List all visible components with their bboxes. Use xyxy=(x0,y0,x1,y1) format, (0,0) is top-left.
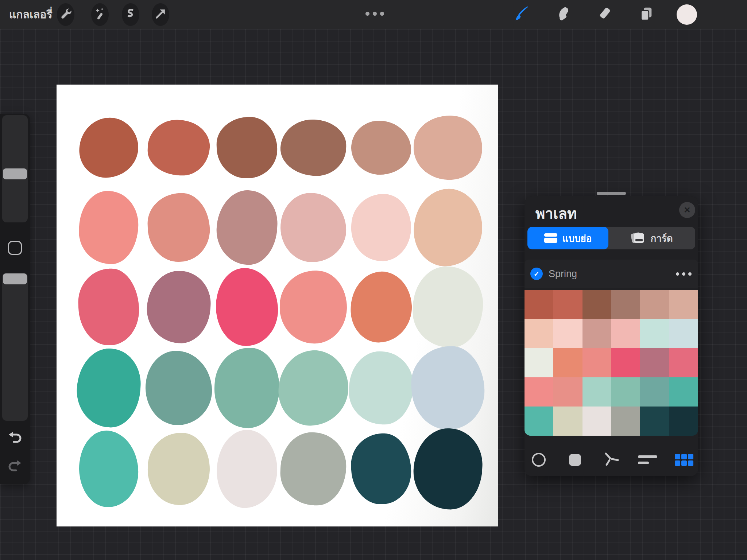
paint-blob-r5-c2 xyxy=(147,432,211,506)
undo-icon xyxy=(7,440,23,447)
canvas-options-button[interactable] xyxy=(365,12,384,16)
palette-swatch-r4-c1[interactable] xyxy=(525,377,553,407)
magic-wand-icon xyxy=(93,7,107,22)
palette-list-item-spring[interactable]: ✓ Spring xyxy=(525,260,698,288)
paint-blob-r2-c6 xyxy=(412,187,484,268)
paint-blob-r1-c3 xyxy=(216,116,278,179)
smudge-button[interactable] xyxy=(556,7,572,23)
brush-opacity-handle[interactable] xyxy=(3,273,27,284)
palette-swatch-r2-c3[interactable] xyxy=(582,319,611,348)
cards-view-icon xyxy=(631,233,645,244)
undo-button[interactable] xyxy=(7,431,23,446)
palette-swatch-r3-c2[interactable] xyxy=(553,348,582,377)
palette-panel-title: พาเลท xyxy=(535,202,577,225)
tab-cards-label: การ์ด xyxy=(650,231,673,246)
brush-opacity-slider[interactable] xyxy=(2,273,28,421)
palette-swatch-r1-c5[interactable] xyxy=(640,290,669,319)
paint-blob-r1-c6 xyxy=(413,114,483,181)
eraser-button[interactable] xyxy=(596,7,612,23)
palette-swatch-r2-c2[interactable] xyxy=(553,319,582,348)
palette-swatch-r4-c2[interactable] xyxy=(553,377,582,407)
palette-swatch-r4-c3[interactable] xyxy=(582,377,611,407)
palette-swatch-r5-c1[interactable] xyxy=(525,407,553,436)
layers-button[interactable] xyxy=(638,7,654,23)
palette-swatch-r5-c6[interactable] xyxy=(669,407,698,436)
brush-size-handle[interactable] xyxy=(3,168,27,179)
close-button[interactable]: ✕ xyxy=(679,202,695,218)
paint-blob-r3-c6 xyxy=(411,265,484,349)
tab-cards[interactable]: การ์ด xyxy=(608,227,695,249)
dot-icon xyxy=(373,12,377,16)
tab-compact[interactable]: แบบย่อ xyxy=(527,227,608,249)
palette-swatch-r3-c5[interactable] xyxy=(640,348,669,377)
palette-swatch-r2-c5[interactable] xyxy=(640,319,669,348)
color-mode-toolbar xyxy=(525,449,698,471)
palette-swatch-r1-c3[interactable] xyxy=(582,290,611,319)
gallery-button[interactable]: แกลเลอรี่ xyxy=(9,0,53,29)
palette-swatch-r3-c3[interactable] xyxy=(582,348,611,377)
palette-swatch-r4-c4[interactable] xyxy=(611,377,640,407)
palette-swatch-r3-c4[interactable] xyxy=(611,348,640,377)
classic-mode-button[interactable] xyxy=(567,452,583,468)
disc-icon xyxy=(532,453,546,467)
palette-swatch-r5-c5[interactable] xyxy=(640,407,669,436)
wrench-icon xyxy=(59,7,72,22)
panel-drag-handle[interactable] xyxy=(597,192,626,195)
palettes-mode-button[interactable] xyxy=(676,452,692,468)
paint-blob-r4-c5 xyxy=(348,350,415,425)
paint-blob-r5-c5 xyxy=(350,432,413,505)
current-color-swatch[interactable] xyxy=(677,4,697,25)
selection-button[interactable] xyxy=(122,3,139,26)
paint-blob-r2-c2 xyxy=(147,192,211,263)
selected-check-icon: ✓ xyxy=(530,268,543,280)
paint-blob-r5-c6 xyxy=(411,427,484,511)
selection-s-icon xyxy=(124,8,137,22)
palette-swatch-r1-c6[interactable] xyxy=(669,290,698,319)
paint-blob-r3-c3 xyxy=(215,268,279,347)
redo-button[interactable] xyxy=(7,459,23,474)
palette-swatch-r2-c4[interactable] xyxy=(611,319,640,348)
palette-swatch-r5-c4[interactable] xyxy=(611,407,640,436)
drawing-canvas[interactable] xyxy=(57,85,498,526)
paint-blob-r4-c3 xyxy=(213,347,281,429)
layers-icon xyxy=(639,6,654,23)
paint-brush-button[interactable] xyxy=(514,7,530,23)
paint-blob-r3-c1 xyxy=(77,268,140,346)
compact-view-icon xyxy=(544,233,557,243)
dot-icon xyxy=(365,12,369,16)
palette-swatch-r2-c1[interactable] xyxy=(525,319,553,348)
brush-icon xyxy=(514,6,530,23)
paint-blob-r4-c4 xyxy=(276,349,351,427)
palette-swatch-r1-c1[interactable] xyxy=(525,290,553,319)
palette-swatch-r1-c2[interactable] xyxy=(553,290,582,319)
palette-swatch-r4-c6[interactable] xyxy=(669,377,698,407)
palette-swatch-r1-c4[interactable] xyxy=(611,290,640,319)
paint-blob-r2-c4 xyxy=(280,192,347,262)
transform-button[interactable] xyxy=(152,3,169,26)
adjustments-button[interactable] xyxy=(91,3,109,26)
modify-button[interactable] xyxy=(8,241,22,255)
disc-mode-button[interactable] xyxy=(531,452,547,468)
value-mode-button[interactable] xyxy=(640,452,656,468)
paint-blob-r1-c2 xyxy=(147,119,210,176)
actions-wrench-button[interactable] xyxy=(57,3,74,26)
palettes-grid-icon xyxy=(675,454,693,466)
palette-view-tabs: แบบย่อ การ์ด xyxy=(527,227,695,249)
paint-blob-r5-c1 xyxy=(78,430,139,508)
palette-swatch-r3-c1[interactable] xyxy=(525,348,553,377)
palette-swatch-r4-c5[interactable] xyxy=(640,377,669,407)
tab-compact-label: แบบย่อ xyxy=(562,231,592,246)
paint-blob-r4-c2 xyxy=(145,350,213,425)
paint-blob-r2-c3 xyxy=(215,189,279,266)
palette-swatch-r5-c3[interactable] xyxy=(582,407,611,436)
palette-options-button[interactable] xyxy=(676,272,692,276)
paint-blob-r1-c1 xyxy=(78,116,140,179)
palette-swatch-r5-c2[interactable] xyxy=(553,407,582,436)
palette-swatch-r2-c6[interactable] xyxy=(669,319,698,348)
transform-arrow-icon xyxy=(154,8,167,22)
paint-blob-r1-c4 xyxy=(279,118,348,177)
harmony-mode-button[interactable] xyxy=(603,452,619,468)
harmony-icon xyxy=(603,451,619,468)
palette-swatch-r3-c6[interactable] xyxy=(669,348,698,377)
paint-blob-r3-c4 xyxy=(279,269,348,345)
